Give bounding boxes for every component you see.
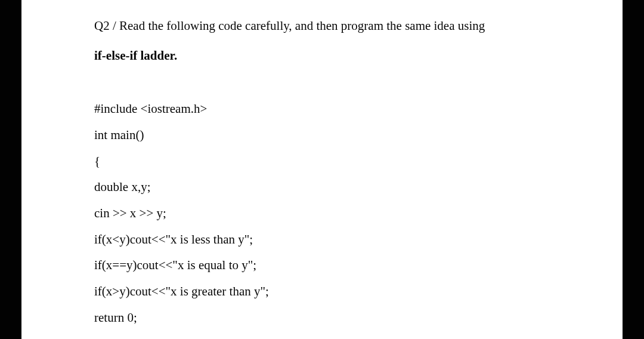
question-number: Q2 / xyxy=(94,19,119,33)
code-line: cin >> x >> y; xyxy=(94,201,551,227)
code-line: if(x<y)cout<<"x is less than y"; xyxy=(94,227,551,253)
document-page: Q2 / Read the following code carefully, … xyxy=(21,0,623,339)
question-bold-phrase: if-else-if ladder. xyxy=(94,45,551,67)
code-line: { xyxy=(94,149,551,175)
question-prompt: Q2 / Read the following code carefully, … xyxy=(94,16,551,37)
section-spacer xyxy=(94,75,551,96)
code-line: } xyxy=(94,331,551,339)
code-line: if(x==y)cout<<"x is equal to y"; xyxy=(94,252,551,279)
code-line: return 0; xyxy=(94,305,551,331)
question-text: Read the following code carefully, and t… xyxy=(119,19,485,33)
code-line: double x,y; xyxy=(94,174,551,201)
code-line: int main() xyxy=(94,122,551,149)
code-line: if(x>y)cout<<"x is greater than y"; xyxy=(94,279,551,305)
code-line: #include <iostream.h> xyxy=(94,96,551,122)
